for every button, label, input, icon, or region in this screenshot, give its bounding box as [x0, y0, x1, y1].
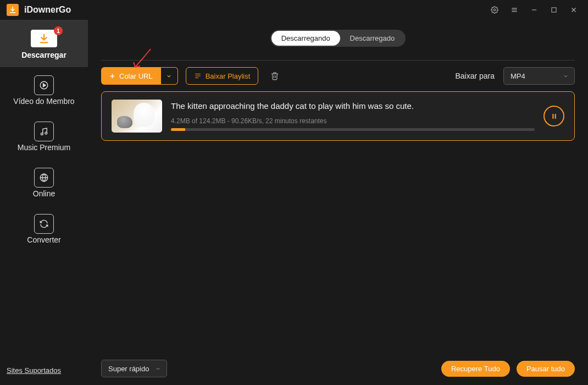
sidebar-item-music[interactable]: Music Premium: [0, 113, 88, 160]
chevron-down-icon: [563, 73, 569, 79]
chevron-down-icon: [155, 366, 161, 372]
download-playlist-button[interactable]: Baixar Playlist: [186, 67, 259, 85]
app-title: iDownerGo: [24, 5, 71, 15]
video-thumbnail: [112, 100, 162, 133]
pause-button[interactable]: [543, 106, 564, 127]
toolbar: Colar URL Baixar Playlist Baixar para MP…: [88, 61, 588, 91]
menu-button[interactable]: [504, 0, 524, 20]
music-icon: [34, 122, 54, 141]
play-icon: [34, 75, 54, 95]
tab-group: Descarregando Descarregado: [270, 30, 406, 47]
speed-select[interactable]: Super rápido: [101, 360, 167, 377]
sidebar-item-label: Descarregar: [21, 51, 66, 59]
settings-button[interactable]: [485, 0, 504, 20]
pause-all-button[interactable]: Pausar tudo: [517, 361, 575, 377]
sidebar-item-label: Vídeo do Membro: [13, 97, 74, 106]
tab-downloaded[interactable]: Descarregado: [340, 31, 405, 46]
progress-fill: [171, 128, 185, 131]
pointer-arrow-icon: [129, 46, 156, 76]
sidebar-item-label: Converter: [27, 235, 60, 244]
playlist-label: Baixar Playlist: [206, 72, 251, 80]
download-list: The kitten approaching the daddy cat to …: [88, 91, 588, 353]
maximize-button[interactable]: [544, 0, 564, 20]
content-area: Descarregando Descarregado Colar URL Bai…: [88, 20, 588, 385]
globe-icon: [34, 168, 54, 188]
minimize-button[interactable]: [524, 0, 544, 20]
svg-rect-7: [554, 114, 556, 119]
download-to-label: Baixar para: [455, 72, 495, 80]
sidebar-item-member-video[interactable]: Vídeo do Membro: [0, 67, 88, 113]
svg-rect-1: [552, 8, 556, 12]
format-value: MP4: [511, 72, 525, 80]
download-badge: 1: [54, 26, 63, 35]
download-icon: 1: [31, 30, 57, 47]
sidebar-item-download[interactable]: 1 Descarregar: [0, 20, 88, 67]
titlebar: iDownerGo: [0, 0, 588, 20]
sidebar: 1 Descarregar Vídeo do Membro Music Prem…: [0, 20, 88, 385]
speed-value: Super rápido: [108, 365, 149, 373]
supported-sites-link[interactable]: Sites Suportados: [7, 366, 61, 375]
trash-button[interactable]: [266, 67, 284, 85]
sidebar-item-label: Music Premium: [18, 143, 70, 152]
footer: Super rápido Recupere Tudo Pausar tudo: [88, 353, 588, 385]
svg-rect-6: [552, 114, 553, 119]
download-title: The kitten approaching the daddy cat to …: [171, 101, 535, 111]
progress-bar: [171, 128, 535, 131]
svg-point-0: [493, 9, 496, 11]
tab-downloading[interactable]: Descarregando: [271, 31, 340, 46]
pause-icon: [551, 113, 558, 120]
svg-point-4: [45, 132, 47, 134]
format-select[interactable]: MP4: [503, 67, 575, 85]
download-item[interactable]: The kitten approaching the daddy cat to …: [101, 91, 575, 141]
paste-url-dropdown[interactable]: [160, 67, 178, 85]
sidebar-item-online[interactable]: Online: [0, 160, 88, 206]
sidebar-item-label: Online: [33, 189, 55, 198]
sidebar-item-converter[interactable]: Converter: [0, 206, 88, 252]
download-meta: 4.2MB of 124.2MB - 90.26KB/s, 22 minutos…: [171, 117, 535, 125]
app-logo: [7, 4, 19, 16]
svg-point-3: [41, 133, 43, 135]
recover-all-button[interactable]: Recupere Tudo: [441, 361, 510, 377]
refresh-icon: [34, 214, 54, 234]
close-button[interactable]: [564, 0, 584, 20]
